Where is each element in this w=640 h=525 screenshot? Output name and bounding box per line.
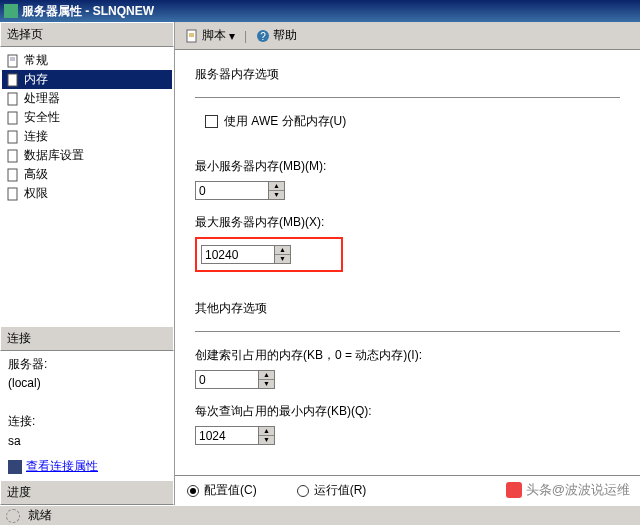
max-memory-highlight: ▲▼ xyxy=(195,237,343,272)
svg-rect-7 xyxy=(8,150,17,162)
titlebar: 服务器属性 - SLNQNEW xyxy=(0,0,640,22)
min-memory-spinner[interactable]: ▲▼ xyxy=(195,181,285,200)
help-button[interactable]: ?帮助 xyxy=(252,25,301,46)
spin-down-icon[interactable]: ▼ xyxy=(269,191,284,199)
spin-up-icon[interactable]: ▲ xyxy=(269,182,284,191)
max-memory-spinner[interactable]: ▲▼ xyxy=(201,245,291,264)
separator: | xyxy=(244,29,247,43)
awe-label: 使用 AWE 分配内存(U) xyxy=(224,113,346,130)
sidebar-item-connections[interactable]: 连接 xyxy=(2,127,172,146)
connection-value: sa xyxy=(8,432,166,451)
min-memory-label: 最小服务器内存(MB)(M): xyxy=(195,158,620,175)
sidebar-item-memory[interactable]: 内存 xyxy=(2,70,172,89)
running-radio[interactable] xyxy=(297,485,309,497)
status-text: 就绪 xyxy=(28,507,52,524)
awe-checkbox[interactable] xyxy=(205,115,218,128)
page-icon xyxy=(6,92,20,106)
page-icon xyxy=(6,149,20,163)
sidebar-item-general[interactable]: 常规 xyxy=(2,51,172,70)
svg-rect-5 xyxy=(8,112,17,124)
progress-header: 进度 xyxy=(0,480,174,505)
sidebar-item-security[interactable]: 安全性 xyxy=(2,108,172,127)
index-memory-input[interactable] xyxy=(195,370,259,389)
server-value: (local) xyxy=(8,374,166,393)
script-button[interactable]: 脚本 ▾ xyxy=(181,25,239,46)
watermark: 头条@波波说运维 xyxy=(506,481,630,499)
page-icon xyxy=(6,54,20,68)
server-memory-options-label: 服务器内存选项 xyxy=(195,66,620,83)
configured-radio-row[interactable]: 配置值(C) xyxy=(187,482,257,499)
spin-down-icon[interactable]: ▼ xyxy=(259,436,274,444)
svg-rect-8 xyxy=(8,169,17,181)
configured-radio[interactable] xyxy=(187,485,199,497)
sidebar-item-advanced[interactable]: 高级 xyxy=(2,165,172,184)
connection-body: 服务器: (local) 连接: sa 查看连接属性 xyxy=(0,351,174,480)
query-memory-label: 每次查询占用的最小内存(KB)(Q): xyxy=(195,403,620,420)
sidebar-item-permissions[interactable]: 权限 xyxy=(2,184,172,203)
spin-up-icon[interactable]: ▲ xyxy=(275,246,290,255)
page-icon xyxy=(6,187,20,201)
window-title: 服务器属性 - SLNQNEW xyxy=(22,3,154,20)
page-tree: 常规 内存 处理器 安全性 连接 数据库设置 高级 权限 xyxy=(0,47,174,326)
spin-down-icon[interactable]: ▼ xyxy=(275,255,290,263)
connection-header: 连接 xyxy=(0,326,174,351)
toolbar: 脚本 ▾ | ?帮助 xyxy=(175,22,640,50)
content: 脚本 ▾ | ?帮助 服务器内存选项 使用 AWE 分配内存(U) 最小服务器内… xyxy=(175,22,640,505)
max-memory-label: 最大服务器内存(MB)(X): xyxy=(195,214,620,231)
query-memory-input[interactable] xyxy=(195,426,259,445)
page-icon xyxy=(6,111,20,125)
running-radio-row[interactable]: 运行值(R) xyxy=(297,482,367,499)
watermark-logo-icon xyxy=(506,482,522,498)
script-icon xyxy=(185,29,199,43)
app-icon xyxy=(4,4,18,18)
sidebar-item-database[interactable]: 数据库设置 xyxy=(2,146,172,165)
connection-label: 连接: xyxy=(8,412,166,431)
page-icon xyxy=(6,130,20,144)
svg-rect-9 xyxy=(8,188,17,200)
page-icon xyxy=(6,168,20,182)
properties-icon xyxy=(8,460,22,474)
view-connection-properties-link[interactable]: 查看连接属性 xyxy=(26,459,98,473)
min-memory-input[interactable] xyxy=(195,181,269,200)
sidebar: 选择页 常规 内存 处理器 安全性 连接 数据库设置 高级 权限 连接 服务器:… xyxy=(0,22,175,505)
select-page-header: 选择页 xyxy=(0,22,174,47)
svg-rect-4 xyxy=(8,93,17,105)
spin-up-icon[interactable]: ▲ xyxy=(259,371,274,380)
svg-rect-6 xyxy=(8,131,17,143)
index-memory-spinner[interactable]: ▲▼ xyxy=(195,370,275,389)
svg-rect-3 xyxy=(8,74,17,86)
statusbar: 就绪 xyxy=(0,505,640,525)
index-memory-label: 创建索引占用的内存(KB，0 = 动态内存)(I): xyxy=(195,347,620,364)
spin-down-icon[interactable]: ▼ xyxy=(259,380,274,388)
query-memory-spinner[interactable]: ▲▼ xyxy=(195,426,275,445)
spin-up-icon[interactable]: ▲ xyxy=(259,427,274,436)
status-icon xyxy=(6,509,20,523)
help-icon: ? xyxy=(256,29,270,43)
server-label: 服务器: xyxy=(8,355,166,374)
other-memory-options-label: 其他内存选项 xyxy=(195,300,620,317)
max-memory-input[interactable] xyxy=(201,245,275,264)
sidebar-item-processors[interactable]: 处理器 xyxy=(2,89,172,108)
page-icon xyxy=(6,73,20,87)
svg-text:?: ? xyxy=(260,31,266,42)
dropdown-icon: ▾ xyxy=(229,29,235,43)
svg-rect-0 xyxy=(8,55,17,67)
